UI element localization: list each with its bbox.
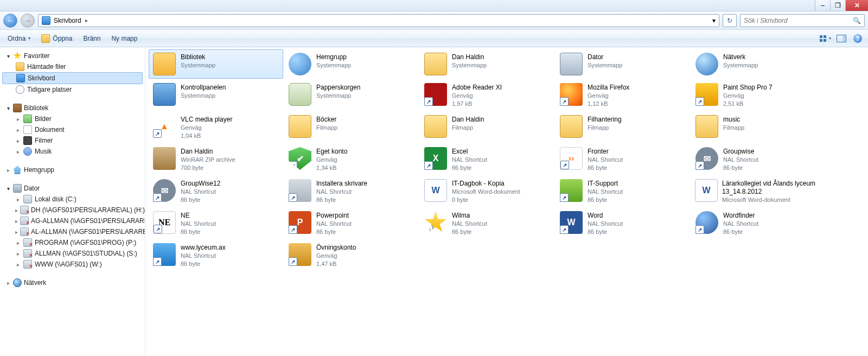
file-item[interactable]: NätverkSystemmapp xyxy=(691,49,826,79)
sidebar-item-drive-w[interactable]: ▸WWW (\\AGFS01) (W:) xyxy=(0,259,145,270)
file-item[interactable]: Dan HaldinFilmapp xyxy=(420,112,554,143)
file-item[interactable]: XExcelNAL Shortcut86 byte xyxy=(420,144,554,175)
new-folder-button[interactable]: Ny mapp xyxy=(107,33,142,44)
file-name: Böcker xyxy=(316,116,337,124)
file-size: 86 byte xyxy=(181,260,226,268)
file-type: Genväg xyxy=(723,92,773,100)
sidebar-item-label: Bilder xyxy=(35,115,52,123)
file-item[interactable]: WWordNAL Shortcut86 byte xyxy=(556,208,690,239)
sidebar-item-videos[interactable]: ▸Filmer xyxy=(0,135,145,146)
navigation-pane: ▾ Favoriter Hämtade filer Skrivbord Tidi… xyxy=(0,47,145,356)
sidebar-item-documents[interactable]: ▸Dokument xyxy=(0,124,145,135)
file-item[interactable]: HemgruppSystemmapp xyxy=(284,49,419,79)
file-item[interactable]: IT-SupportNAL Shortcut86 byte xyxy=(556,176,690,207)
file-item[interactable]: PapperskorgenSystemmapp xyxy=(284,80,419,111)
sidebar-item-label: DH (\\AGFS01\PERS\LARARE\AL) (H:) xyxy=(31,206,145,214)
computer-header[interactable]: ▾ Dator xyxy=(0,183,145,194)
file-name: VLC media player xyxy=(181,116,232,124)
favorites-label: Favoriter xyxy=(24,52,49,60)
file-item[interactable]: Dan HaldinWinRAR ZIP archive700 byte xyxy=(149,144,283,175)
preview-pane-button[interactable] xyxy=(834,32,848,45)
libraries-header[interactable]: ▾ Bibliotek xyxy=(0,103,145,113)
sidebar-item-music[interactable]: ▸Musik xyxy=(0,146,145,157)
expander-icon: ▸ xyxy=(5,167,11,173)
file-item[interactable]: KontrollpanelenSystemmapp xyxy=(149,80,283,111)
file-item[interactable]: WilmaNAL Shortcut86 byte xyxy=(420,208,554,239)
file-item[interactable]: BibliotekSystemmapp xyxy=(149,49,283,79)
breadcrumb[interactable]: Skrivbord ▸ xyxy=(54,17,90,24)
address-history-dropdown[interactable]: ▾ xyxy=(712,17,716,24)
file-item[interactable]: ✔Eget kontoGenväg1,34 kB xyxy=(284,144,419,175)
help-button[interactable]: ? xyxy=(851,32,865,45)
organize-button[interactable]: Ordna ▾ xyxy=(3,33,35,44)
new-folder-label: Ny mapp xyxy=(111,35,137,42)
file-item[interactable]: PPowerpointNAL Shortcut86 byte xyxy=(284,208,419,239)
file-item[interactable]: NENENAL Shortcut86 byte xyxy=(149,208,283,239)
file-name: GroupWise12 xyxy=(181,180,220,188)
homegroup-header[interactable]: ▸ Hemgrupp xyxy=(0,164,145,175)
file-item[interactable]: ✉GroupwiseNAL Shortcut86 byte xyxy=(691,144,826,175)
sidebar-item-drive-s[interactable]: ▸ALLMAN (\\AGFS01\STUD\AL) (S:) xyxy=(0,248,145,259)
libraries-group: ▾ Bibliotek ▸Bilder ▸Dokument ▸Filmer ▸M… xyxy=(0,103,145,157)
minimize-button[interactable]: – xyxy=(815,0,830,11)
open-button[interactable]: Öppna xyxy=(37,32,76,45)
maximize-button[interactable]: ❐ xyxy=(830,0,845,11)
sidebar-item-label: Filmer xyxy=(35,137,53,144)
burn-button[interactable]: Bränn xyxy=(79,33,105,44)
file-name: NE xyxy=(181,212,216,220)
file-item[interactable]: BöckerFilmapp xyxy=(284,112,419,143)
file-item[interactable]: Paint Shop Pro 7Genväg2,51 kB xyxy=(691,80,826,111)
search-input[interactable] xyxy=(744,17,853,24)
file-item[interactable]: WIT-Dagbok - KopiaMicrosoft Word-dokumen… xyxy=(420,176,554,207)
sidebar-item-desktop[interactable]: Skrivbord xyxy=(2,72,143,84)
file-item[interactable]: ✉GroupWise12NAL Shortcut86 byte xyxy=(149,176,283,207)
file-item[interactable]: DatorSystemmapp xyxy=(556,49,690,79)
sidebar-item-drive-h[interactable]: ▸DH (\\AGFS01\PERS\LARARE\AL) (H:) xyxy=(0,205,145,215)
file-item[interactable]: www.lyceum.axNAL Shortcut86 byte xyxy=(149,240,283,271)
forward-button[interactable]: → xyxy=(21,14,35,28)
expander-icon: ▸ xyxy=(15,218,18,224)
back-arrow-icon: ← xyxy=(7,16,14,25)
sidebar-item-drive-p[interactable]: ▸PROGRAM (\\AGFS01\PROG) (P:) xyxy=(0,237,145,248)
sidebar-item-label: ALLMAN (\\AGFS01\STUD\AL) (S:) xyxy=(35,250,137,257)
file-item[interactable]: Mozilla FirefoxGenväg1,12 kB xyxy=(556,80,690,111)
favorites-group: ▾ Favoriter Hämtade filer Skrivbord Tidi… xyxy=(0,50,145,95)
folderb-icon xyxy=(559,115,583,138)
file-name: Bibliotek xyxy=(181,53,215,61)
file-list[interactable]: BibliotekSystemmappHemgruppSystemmappDan… xyxy=(145,47,868,356)
file-name: Övningskonto xyxy=(316,244,356,252)
sidebar-item-recent[interactable]: Tidigare platser xyxy=(0,84,145,95)
file-type: NAL Shortcut xyxy=(588,188,623,196)
file-name: Hemgrupp xyxy=(316,53,351,61)
burn-label: Bränn xyxy=(83,35,100,42)
file-size: 1,97 kB xyxy=(452,100,502,108)
network-drive-icon xyxy=(20,227,29,236)
favorites-header[interactable]: ▾ Favoriter xyxy=(0,50,145,61)
file-item[interactable]: Dan HaldinSystemmapp xyxy=(420,49,554,79)
back-button[interactable]: ← xyxy=(3,14,17,28)
file-item[interactable]: WLärarkollegiet vid Ålands lyceum 13_14.… xyxy=(691,176,826,207)
search-box[interactable]: 🔍 xyxy=(740,14,865,27)
refresh-button[interactable]: ↻ xyxy=(723,14,737,27)
address-bar[interactable]: Skrivbord ▸ ▾ xyxy=(38,14,719,27)
file-item[interactable]: Adobe Reader XIGenväg1,97 kB xyxy=(420,80,554,111)
sidebar-item-local-disk[interactable]: ▸Lokal disk (C:) xyxy=(0,194,145,205)
file-item[interactable]: musicFilmapp xyxy=(691,112,826,143)
sidebar-item-drive-al[interactable]: ▸AL-ALLMAN (\\AGFS01\PERS\LARARE\A xyxy=(0,226,145,237)
minimize-icon: – xyxy=(821,2,825,9)
network-drive-icon xyxy=(23,238,32,247)
sidebar-item-downloads[interactable]: Hämtade filer xyxy=(0,61,145,72)
file-item[interactable]: FilhanteringFilmapp xyxy=(556,112,690,143)
file-item[interactable]: Installera skrivareNAL Shortcut86 byte xyxy=(284,176,419,207)
network-header[interactable]: ▸ Nätverk xyxy=(0,277,145,288)
view-options-button[interactable]: ▾ xyxy=(818,32,832,45)
file-item[interactable]: ››FronterNAL Shortcut86 byte xyxy=(556,144,690,175)
file-type: Genväg xyxy=(316,252,356,260)
sidebar-item-pictures[interactable]: ▸Bilder xyxy=(0,113,145,124)
file-item[interactable]: WordfinderNAL Shortcut86 byte xyxy=(691,208,826,239)
file-item[interactable]: ▲VLC media playerGenväg1,04 kB xyxy=(149,112,283,143)
sidebar-item-drive-ag[interactable]: ▸AG-ALLMAN (\\AGFS01\PERS\LARARE) ( xyxy=(0,215,145,226)
close-button[interactable]: ✕ xyxy=(845,0,868,11)
file-size: 700 byte xyxy=(181,164,235,172)
file-item[interactable]: ÖvningskontoGenväg1,47 kB xyxy=(284,240,419,271)
